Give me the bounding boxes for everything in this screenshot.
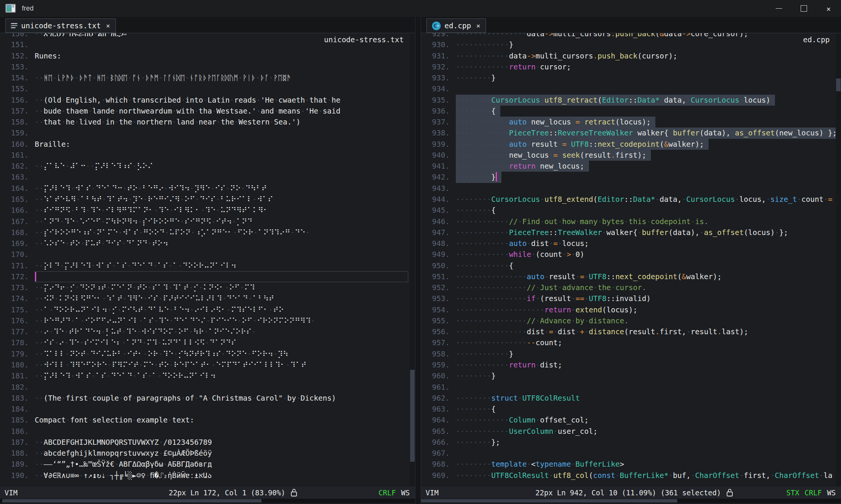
code-line[interactable]: 939.············auto·result·=·UTF8::next… [421,139,836,150]
code-line[interactable]: 168.··⡎⠊⠗⠕⠕⠛⠑⠰⠎·⠝⠁⠍⠑·⠺⠁⠎·⠛⠕⠕⠙·⠥⠏⠕⠝·⠰⡡⠁⠝⠛… [0,227,410,238]
code-line[interactable]: 942.········} [421,172,836,183]
code-line[interactable]: 155. [0,83,410,94]
tab-ed-cpp[interactable]: C+ ed.cpp ✕ [426,18,486,33]
code-line[interactable]: 963.········{ [421,404,836,415]
code-line[interactable]: 163. [0,172,410,183]
code-line[interactable]: 161. [0,150,410,161]
code-line[interactable]: 967. [421,448,836,459]
code-line[interactable]: 183.··(The·first·couple·of·paragraphs·of… [0,393,410,404]
scrollbar-thumb[interactable] [2,499,262,502]
code-line[interactable]: 184. [0,404,410,415]
code-line[interactable]: 153. [0,61,410,72]
code-line[interactable]: 952.················//·Just·advance·the·… [421,282,836,293]
code-line[interactable]: 156.··(Old·English,·which·transcribed·in… [0,95,410,106]
code-line[interactable]: 159. [0,128,410,138]
code-lines-left[interactable]: 150.··እግርህን·በፍራሽህ·ልክ·ዘርጋ።151.152.Runes:1… [0,33,410,486]
code-line[interactable]: 185.Compact·font·selection·example·text: [0,415,410,426]
maximize-button[interactable] [791,0,816,17]
code-line[interactable]: 938.············PieceTree::ReverseTreeWa… [421,128,836,138]
scrollbar-thumb[interactable] [836,78,841,91]
code-line[interactable]: 953.················if·(result·==·UTF8::… [421,293,836,304]
pane-divider[interactable] [415,17,421,504]
vertical-scrollbar-right[interactable] [836,33,841,486]
code-line[interactable]: 957.················--count; [421,337,836,348]
code-line[interactable]: 929.················data->multi_cursors.… [421,33,836,39]
code-line[interactable]: 954.····················return·extend(lo… [421,304,836,315]
code-line[interactable]: 186. [0,426,410,437]
text-editor-left[interactable]: 150.··እግርህን·በፍራሽህ·ልክ·ዘርጋ።151.152.Runes:1… [0,33,415,486]
code-line[interactable]: 962.········struct·UTF8ColResult [421,393,836,404]
code-line[interactable]: 171.··⡕⠇⠙·⡍⠜⠇⠑⠹·⠺⠁⠎·⠁⠎·⠙⠑⠁⠙·⠁⠎·⠁·⠙⠕⠕⠗⠤⠝⠁… [0,260,410,271]
code-line[interactable]: 931.············data->multi_cursors.push… [421,51,836,61]
code-line[interactable]: 179.··⠩⠁⠇⠇·⠝⠕⠞·⠙⠊⠌⠥⠗⠃·⠊⠞⠂·⠕⠗·⠹⠑·⡊⠳⠝⠞⠗⠹⠰⠎… [0,349,410,360]
code-line[interactable]: 190.··∀∂∈ℝ∧∪≡∞·↑↗↨↻⇣·┐┼╔╘░►☺♀·ﬁ�⑀₂ἠḂӥẄɐː… [0,470,410,481]
tab-close-icon[interactable]: ✕ [476,22,480,29]
code-line[interactable]: 945.········{ [421,205,836,216]
code-line[interactable]: 154.··ᚻᛖ·ᚳᚹᚫᚦ·ᚦᚫᛏ·ᚻᛖ·ᛒᚢᛞᛖ·ᚩᚾ·ᚦᚫᛗ·ᛚᚪᚾᛞᛖ·ᚾ… [0,72,410,83]
tab-unicode-stress[interactable]: unicode-stress.txt ✕ [5,18,116,33]
code-line[interactable]: 959.············return·dist; [421,360,836,370]
code-line[interactable]: 951.················auto·result·=·UTF8::… [421,271,836,282]
code-line[interactable]: 164.··⡍⠜⠇⠑⠹·⠺⠁⠎·⠙⠑⠁⠙⠒·⠞⠕·⠃⠑⠛⠔·⠺⠊⠹⠲·⡹⠻⠑·⠊… [0,183,410,194]
code-line[interactable]: 968.········template·<typename·BufferLik… [421,459,836,470]
code-line[interactable]: 936.········{ [421,106,836,117]
code-lines-right[interactable]: 929.················data->multi_cursors.… [421,33,836,486]
code-line[interactable]: 948.············auto·dist·=·locus; [421,238,836,249]
code-line[interactable]: 937.············auto·new_locus·=·retract… [421,117,836,128]
scrollbar-thumb[interactable] [410,370,415,462]
code-line[interactable]: 169.··⠡⠕⠎⠑·⠞⠕·⠏⠥⠞·⠙⠊⠎·⠙⠁⠝⠙·⠞⠕⠲ [0,238,410,249]
horizontal-scrollbar-right[interactable] [421,499,841,503]
code-line[interactable]: 941.············return·new_locus; [421,161,836,172]
code-line[interactable]: 187.··ABCDEFGHIJKLMNOPQRSTUVWXYZ·/012345… [0,437,410,448]
code-line[interactable]: 944.········CursorLocus·utf8_extend(Edit… [421,194,836,205]
code-line[interactable]: 961. [421,382,836,393]
code-line[interactable]: 946.············//·Find·out·how·many·byt… [421,216,836,227]
code-line[interactable]: 188.··abcdefghijklmnopqrstuvwxyz·£©µÀÆÖÞ… [0,448,410,459]
code-line[interactable]: 160.Braille: [0,139,410,150]
tab-close-icon[interactable]: ✕ [106,22,110,29]
code-line[interactable]: 955.················//·Advance·by·distan… [421,315,836,326]
code-line[interactable]: 166.··⠎⠊⠛⠝⠫·⠃⠹·⠹⠑·⠊⠇⠻⠛⠹⠍⠁⠝⠂·⠹⠑·⠊⠇⠻⠅⠂·⠹⠑·… [0,205,410,216]
code-line[interactable]: 152.Runes: [0,51,410,61]
code-line[interactable]: 176.··⠗⠑⠛⠜⠙·⠁·⠊⠕⠋⠋⠔⠤⠝⠁⠊⠇·⠁⠎·⠹⠑·⠙⠑⠁⠙⠑⠌·⠏⠊… [0,315,410,326]
code-line[interactable]: 157.··bude·thaem·lande·northweardum·with… [0,106,410,117]
code-line[interactable]: 930.············} [421,39,836,50]
code-line[interactable]: 173.··⡍⠔⠙⠖·⡊·⠙⠕⠝⠰⠞·⠍⠑⠁⠝·⠞⠕·⠎⠁⠹·⠹⠁⠞·⡊·⠅⠝⠪… [0,282,410,293]
code-line[interactable]: 158.··that·he·lived·in·the·northern·land… [0,117,410,128]
code-line[interactable]: 960.········} [421,370,836,381]
code-line[interactable]: 934. [421,83,836,94]
code-line[interactable]: 940.············new_locus·=·seek(result.… [421,150,836,161]
code-line[interactable]: 189.··–—‘“”„†•…‰™œŠŸž€·ΑΒΓΔΩαβγδω·АБВГДа… [0,459,410,470]
code-line[interactable]: 177.··⠔·⠹⠑·⠞⠗⠁⠙⠑⠲·⡃⠥⠞·⠹⠑·⠺⠊⠎⠙⠕⠍·⠕⠋·⠳⠗·⠁⠝… [0,326,410,337]
code-line[interactable]: 964.············Column·offset_col; [421,415,836,426]
code-line[interactable]: 178.··⠊⠎·⠔·⠹⠑·⠎⠊⠍⠊⠇⠑⠆·⠁⠝⠙·⠍⠹·⠥⠝⠙⠁⠇⠇⠪⠫·⠙⠁… [0,337,410,348]
close-button[interactable]: ✕ [816,0,841,17]
code-line[interactable]: 162.··⡌⠁⠧⠑·⠼⠁⠒··⡍⠜⠇⠑⠹⠰⠎·⡣⠕⠌ [0,161,410,172]
scrollbar-thumb[interactable] [421,499,677,502]
code-line[interactable]: 182. [0,382,410,393]
code-line[interactable]: 949.············while·(count·>·0) [421,249,836,260]
code-line[interactable]: 965.············UserColumn·user_col; [421,426,836,437]
code-line[interactable]: 969.········UTF8ColResult·utf8_col(const… [421,470,836,481]
code-line[interactable]: 180.··⠺⠊⠇⠇·⠹⠻⠑⠋⠕⠗⠑·⠏⠻⠍⠊⠞·⠍⠑·⠞⠕·⠗⠑⠏⠑⠁⠞⠂·⠑… [0,360,410,370]
code-line[interactable]: 174.··⠪⠝·⠅⠝⠪⠇⠫⠛⠑⠂·⠱⠁⠞·⠹⠻⠑·⠊⠎·⠏⠜⠞⠊⠊⠊⠥⠇⠜⠇⠹… [0,293,410,304]
code-line[interactable]: 958.············} [421,349,836,360]
code-line[interactable]: 933.········} [421,72,836,83]
code-line[interactable]: 175.··⠁·⠙⠕⠕⠗⠤⠝⠁⠊⠇⠲·⡊·⠍⠊⠣⠞·⠙⠁⠧⠑·⠃⠑⠲·⠔⠊⠇⠔⠫… [0,304,410,315]
code-line[interactable]: 181.··⡍⠜⠇⠑⠹·⠺⠁⠎·⠁⠎·⠙⠑⠁⠙·⠁⠎·⠁·⠙⠕⠕⠗⠤⠝⠁⠊⠇⠲ [0,370,410,381]
code-line[interactable]: 935.········CursorLocus·utf8_retract(Edi… [421,95,836,106]
code-line[interactable]: 947.············PieceTree::TreeWalker·wa… [421,227,836,238]
code-line[interactable]: 170. [0,249,410,260]
vertical-scrollbar-left[interactable] [410,33,415,486]
code-line[interactable]: 167.··⠁⠝⠙·⠹⠑·⠡⠊⠑⠋·⠍⠳⠗⠝⠻⠲·⡎⠊⠗⠕⠕⠛⠑·⠎⠊⠛⠝⠫·⠊… [0,216,410,227]
minimize-button[interactable] [766,0,791,17]
horizontal-scrollbar-left[interactable] [0,499,415,503]
code-line[interactable]: 956.················dist·=·dist·+·distan… [421,326,836,337]
code-line[interactable]: 932.············return·cursor; [421,61,836,72]
text-editor-right[interactable]: 929.················data->multi_cursors.… [421,33,841,486]
code-line[interactable]: 943. [421,183,836,194]
code-line[interactable]: 165.··⠱⠁⠞⠑⠧⠻·⠁⠃⠳⠞·⠹⠁⠞⠲·⡹⠑·⠗⠑⠛⠊⠌⠻·⠕⠋·⠙⠊⠎·… [0,194,410,205]
code-line[interactable]: 966.········}; [421,437,836,448]
code-line[interactable]: 950.············{ [421,260,836,271]
code-line[interactable]: 172. [0,271,410,282]
